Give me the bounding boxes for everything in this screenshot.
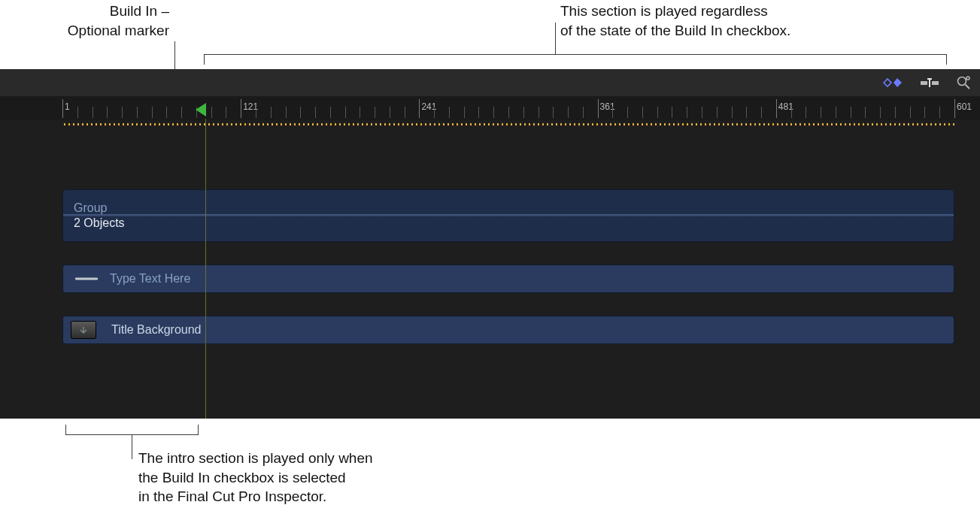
callout-intro-section: The intro section is played only when th… [138,449,529,506]
track-background-layer[interactable]: Title Background [62,316,954,344]
ruler-tick-major [776,99,777,118]
ruler-tick-label: 601 [957,101,972,112]
callout-bracket-bottom [65,425,199,435]
timeline-panel: 1121241361481601 Group 2 Objects Type Te… [0,69,980,419]
ruler-tick-minor [360,107,360,118]
ruler-tick-label: 1 [65,101,70,112]
ruler-tick-major [954,99,955,118]
ruler-tick-minor [672,107,672,118]
ruler-tick-minor [627,107,628,118]
ruler-tick-minor [612,107,613,118]
ruler-tick-minor [211,107,212,118]
callout-text: of the state of the Build In checkbox. [560,23,790,38]
ruler-tick-minor [924,107,925,118]
ruler-tick-minor [152,107,153,118]
ruler-tick-minor [568,107,569,118]
ruler-tick-minor [836,107,836,118]
timeline-tracks: Group 2 Objects Type Text Here Title Bac… [62,189,954,344]
ruler-tick-minor [523,107,524,118]
ruler-tick-minor [181,107,182,118]
zoom-icon[interactable] [956,75,971,90]
ruler-tick-minor [286,107,287,118]
ruler-tick-minor [464,107,465,118]
build-in-marker-line[interactable] [205,119,206,419]
callout-text: The intro section is played only when [138,450,373,466]
callout-bracket-top [204,54,947,65]
ruler-tick-minor [539,107,539,118]
ruler-tick-minor [107,107,108,118]
keyframe-icon[interactable] [881,77,903,89]
ruler-tick-minor [851,107,851,118]
ruler-tick-minor [761,107,762,118]
ruler-tick-minor [553,107,554,118]
ruler-tick-minor [821,107,821,118]
ruler-tick-minor [508,107,509,118]
callout-leader [132,435,132,459]
ruler-tick-minor [122,107,123,118]
ruler-tick-major [419,99,420,118]
ruler-tick-major [598,99,599,118]
ruler-tick-minor [478,107,479,118]
ruler-tick-minor [300,107,301,118]
svg-point-6 [966,77,969,80]
ruler-tick-minor [732,107,733,118]
ruler-tick-minor [939,107,940,118]
ruler-tick-minor [717,107,718,118]
ruler-tick-minor [226,107,226,118]
ruler-tick-minor [93,107,93,118]
ruler-tick-minor [642,107,643,118]
callout-leader [555,23,556,54]
ruler-tick-minor [865,107,866,118]
callout-text: This section is played regardless [560,3,768,19]
figure-root: Build In – Optional marker This section … [0,0,980,514]
ruler-tick-minor [746,107,747,118]
ruler-tick-minor [345,107,346,118]
ruler-tick-minor [493,107,494,118]
ruler-tick-minor [137,107,138,118]
ruler-tick-major [241,99,241,118]
track-group-subtitle: 2 Objects [74,216,125,230]
ruler-tick-minor [910,107,911,118]
timeline-toolbar [0,69,980,96]
svg-point-4 [958,77,966,86]
bg-layer-thumb-icon [71,321,96,339]
ruler-tick-minor [895,107,896,118]
ruler-tick-minor [880,107,881,118]
track-group[interactable]: Group 2 Objects [62,189,954,242]
callout-text: Optional marker [68,23,169,38]
ruler-tick-minor [791,107,792,118]
ruler-tick-major [62,99,63,118]
ruler-tick-minor [390,107,390,118]
text-layer-thumb-icon [75,278,98,280]
svg-rect-1 [932,81,939,85]
build-in-marker-head[interactable] [196,103,206,116]
callout-text: Build In – [110,3,169,19]
callout-build-in-marker: Build In – Optional marker [8,2,169,40]
ruler-tick-minor [166,107,167,118]
ruler-tick-minor [657,107,658,118]
ruler-tick-minor [449,107,450,118]
ruler-tick-minor [271,107,272,118]
ruler-tick-minor [687,107,687,118]
ruler-tick-minor [434,107,435,118]
svg-rect-0 [921,81,927,85]
callout-text: the Build In checkbox is selected [138,470,346,485]
ruler-tick-minor [583,107,584,118]
svg-line-5 [966,85,970,89]
ruler-tick-minor [330,107,331,118]
ruler-tick-minor [256,107,256,118]
callout-text: in the Final Cut Pro Inspector. [138,488,326,504]
ruler-tick-minor [702,107,702,118]
project-range-indicator [62,123,954,125]
ruler-tick-minor [375,107,375,118]
svg-rect-3 [927,78,932,80]
track-group-title: Group [74,201,107,215]
track-text-layer[interactable]: Type Text Here [62,265,954,293]
timeline-ruler[interactable]: 1121241361481601 [0,96,980,120]
ruler-tick-minor [77,107,78,118]
ruler-tick-minor [405,107,405,118]
clip-trim-icon[interactable] [918,77,941,89]
callout-main-section: This section is played regardless of the… [560,2,951,40]
ruler-tick-minor [806,107,806,118]
ruler-tick-minor [315,107,316,118]
